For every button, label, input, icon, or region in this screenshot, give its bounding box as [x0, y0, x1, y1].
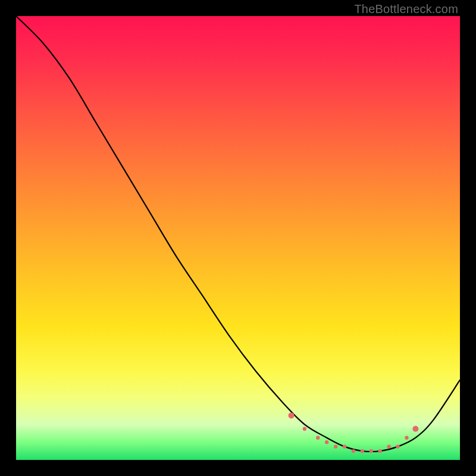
highlight-point	[412, 426, 418, 432]
highlight-point	[361, 449, 364, 453]
highlight-point	[405, 436, 408, 440]
highlight-point	[289, 412, 295, 418]
chart-svg	[0, 0, 476, 476]
highlight-point	[334, 444, 337, 448]
chart-frame: TheBottleneck.com	[0, 0, 476, 476]
highlight-markers	[289, 412, 419, 453]
highlight-point	[378, 449, 382, 453]
curve-group	[16, 16, 460, 453]
highlight-point	[369, 449, 373, 453]
highlight-point	[387, 444, 390, 448]
highlight-point	[396, 444, 399, 448]
highlight-point	[325, 440, 328, 444]
bottleneck-curve	[16, 16, 460, 452]
highlight-point	[303, 427, 306, 431]
highlight-point	[316, 436, 320, 440]
highlight-point	[343, 444, 346, 448]
highlight-point	[352, 449, 355, 453]
